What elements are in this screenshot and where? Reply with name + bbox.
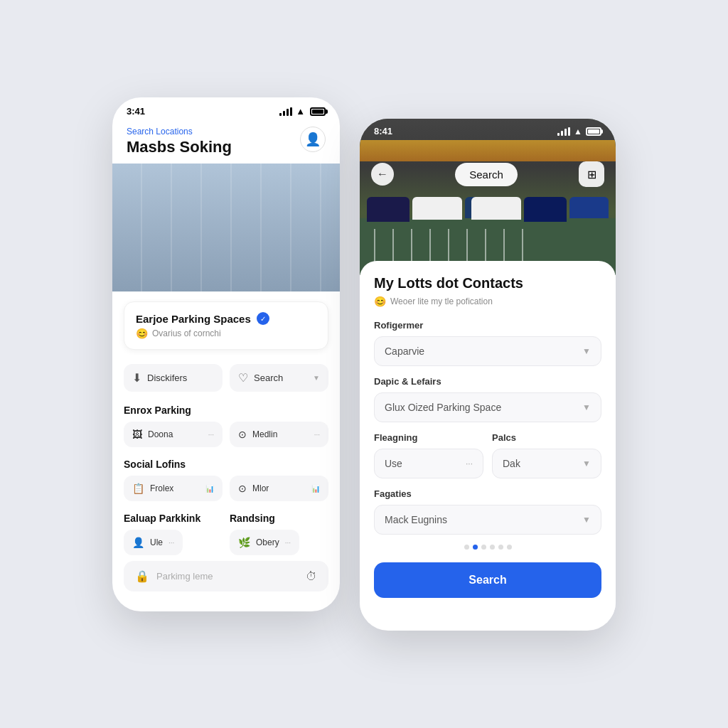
filter-label-4: Palcs: [492, 432, 601, 443]
option-obery[interactable]: 🌿 Obery ···: [230, 530, 299, 555]
filter-chevron-5: ▼: [582, 515, 591, 525]
social-options-row: 📋 Frolex 📊 ⊙ Mlor 📊: [112, 476, 340, 504]
filter-panel-title: My Lotts dot Contacts: [374, 275, 601, 291]
doona-arrow: ···: [208, 431, 214, 439]
car-image: [112, 164, 340, 291]
listing-title: Earjoe Parking Spaces: [136, 313, 251, 325]
right-header-bar: ← Search ⊞: [360, 154, 616, 194]
wifi-icon: ▲: [296, 106, 305, 117]
ule-arrow: ···: [168, 539, 174, 547]
verified-badge: ✓: [257, 312, 269, 325]
search-button[interactable]: Search: [374, 562, 601, 598]
filter-group-5: Fagaties Mack Eugnins ▼: [374, 488, 601, 535]
option-mlor[interactable]: ⊙ Mlor 📊: [230, 476, 328, 501]
frolex-label: Frolex: [150, 483, 173, 493]
avatar[interactable]: 👤: [300, 127, 326, 152]
two-col-sections: Ealuap Parkkink 👤 Ule ··· Randsing 🌿 Obe…: [112, 504, 340, 555]
header-subtitle: Search Locations: [127, 127, 232, 136]
listing-emoji: 😊: [136, 328, 148, 339]
discover-button[interactable]: ⬇ Disckifers: [124, 364, 223, 392]
medlin-icon: ⊙: [238, 429, 247, 440]
right-battery-icon: [586, 127, 601, 136]
filter-value-1: Caparvie: [385, 346, 424, 357]
filter-select-5[interactable]: Mack Eugnins ▼: [374, 505, 601, 535]
left-phone: 3:41 ▲ Search Locations Masbs Soking 👤: [112, 97, 340, 611]
listing-card: Earjoe Parking Spaces ✓ 😊 Ovarius of cor…: [124, 301, 328, 350]
filter-two-col: Fleagning Use ··· Palcs Dak ▼: [374, 432, 601, 488]
header-text: Search Locations Masbs Soking: [127, 127, 232, 156]
randsing-label: Randsing: [230, 504, 328, 530]
filter-group-1: Rofigermer Caparvie ▼: [374, 320, 601, 366]
back-button[interactable]: ←: [371, 163, 394, 186]
doona-icon: 🖼: [132, 429, 142, 440]
action-arrow: ▼: [313, 374, 320, 382]
filter-chevron-3: ···: [466, 459, 473, 469]
doona-label: Doona: [148, 429, 173, 439]
search-pill[interactable]: Search: [455, 163, 518, 186]
social-section-label: Social Lofins: [112, 450, 340, 476]
parking-photo: 8:41 ▲: [360, 119, 616, 275]
option-frolex[interactable]: 📋 Frolex 📊: [124, 476, 223, 501]
ealuap-label: Ealuap Parkkink: [124, 504, 223, 530]
left-status-bar: 3:41 ▲: [112, 97, 340, 121]
right-phone-content: 8:41 ▲: [360, 119, 616, 616]
map-icon: ⊞: [587, 168, 596, 181]
frolex-icon: 📋: [132, 483, 144, 494]
filter-value-4: Dak: [503, 458, 520, 469]
filter-label-2: Dapic & Lefairs: [374, 376, 601, 387]
right-time: 8:41: [374, 126, 392, 136]
filter-panel-sub: 😊 Weoer lite my tle pofication: [374, 296, 601, 307]
frolex-arrow: 📊: [205, 485, 214, 493]
obery-arrow: ···: [285, 539, 291, 547]
dot-4: [490, 545, 495, 550]
left-page-title: Masbs Soking: [127, 138, 232, 156]
search-bar-time-icon: ⏱: [306, 570, 317, 583]
parking-section-label: Enrox Parking: [112, 396, 340, 422]
filter-group-2: Dapic & Lefairs Glux Oized Parking Space…: [374, 376, 601, 422]
filter-chevron-1: ▼: [582, 346, 591, 356]
filter-select-3[interactable]: Use ···: [374, 449, 483, 478]
filter-select-1[interactable]: Caparvie ▼: [374, 336, 601, 366]
filter-select-2[interactable]: Glux Oized Parking Space ▼: [374, 392, 601, 422]
ule-label: Ule: [150, 537, 163, 547]
search-bar-placeholder: Parkimg leme: [156, 571, 299, 582]
mlor-arrow: 📊: [311, 485, 320, 493]
heart-icon: ♡: [238, 371, 248, 385]
discover-label: Disckifers: [147, 373, 187, 383]
listing-title-row: Earjoe Parking Spaces ✓: [136, 312, 316, 325]
action-search-label: Search: [254, 373, 283, 383]
panel-emoji: 😊: [374, 296, 386, 307]
filter-group-4: Palcs Dak ▼: [492, 432, 601, 478]
discover-icon: ⬇: [132, 371, 141, 385]
car-silhouettes-right: [464, 197, 616, 222]
map-button[interactable]: ⊞: [579, 161, 604, 187]
filter-chevron-2: ▼: [582, 402, 591, 412]
dot-2-active: [473, 545, 478, 550]
option-ule[interactable]: 👤 Ule ···: [124, 530, 183, 555]
mlor-icon: ⊙: [238, 483, 247, 494]
dot-6: [507, 545, 512, 550]
filter-value-5: Mack Eugnins: [385, 514, 447, 525]
filter-select-4[interactable]: Dak ▼: [492, 449, 601, 478]
option-medlin[interactable]: ⊙ Medlin ···: [230, 422, 328, 447]
battery-icon: [310, 107, 326, 116]
panel-sub-text: Weoer lite my tle pofication: [390, 296, 493, 306]
filter-label-5: Fagaties: [374, 488, 601, 499]
filter-label-1: Rofigermer: [374, 320, 601, 331]
action-search-button[interactable]: ♡ Search ▼: [230, 364, 328, 392]
option-doona[interactable]: 🖼 Doona ···: [124, 422, 223, 447]
left-col: Ealuap Parkkink 👤 Ule ···: [124, 504, 223, 555]
dot-1: [464, 545, 469, 550]
obery-icon: 🌿: [238, 537, 250, 548]
left-search-bar[interactable]: 🔒 Parkimg leme ⏱: [124, 561, 328, 592]
filter-panel: My Lotts dot Contacts 😊 Weoer lite my tl…: [360, 261, 616, 616]
filter-label-3: Fleagning: [374, 432, 483, 443]
filter-value-2: Glux Oized Parking Space: [385, 402, 501, 413]
right-signal-icon: [557, 127, 570, 136]
mlor-label: Mlor: [252, 483, 269, 493]
medlin-arrow: ···: [314, 431, 320, 439]
right-col: Randsing 🌿 Obery ···: [230, 504, 328, 555]
obery-label: Obery: [256, 537, 279, 547]
filter-group-3: Fleagning Use ···: [374, 432, 483, 478]
right-phone: 8:41 ▲: [360, 119, 616, 631]
